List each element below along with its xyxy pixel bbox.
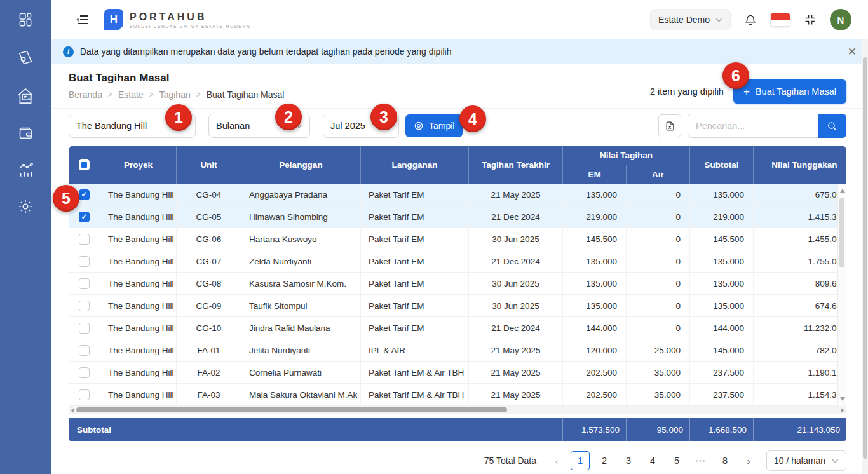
cell-tagihan-terakhir: 21 May 2025 [469,339,563,361]
cell-checkbox [69,273,100,294]
cell-nilai-tunggakan: 1.154.30 [754,384,846,405]
pagination-page-1[interactable]: 1 [571,451,590,470]
fullscreen-exit-icon[interactable] [804,13,817,26]
row-checkbox[interactable] [79,189,90,200]
cell-em: 135.000 [563,184,627,205]
cell-tagihan-terakhir: 30 Jun 2025 [469,273,563,294]
table-row[interactable]: The Bandung Hill CG-05 Himawan Sihombing… [69,206,846,228]
header-em[interactable]: EM [563,165,627,184]
chevron-down-icon [715,18,722,22]
pagination-page-2[interactable]: 2 [595,451,614,470]
pagination-page-3[interactable]: 3 [619,451,638,470]
table-row[interactable]: The Bandung Hill CG-06 Hartana Kuswoyo P… [69,228,846,250]
row-checkbox[interactable] [79,323,90,334]
vertical-scroll-thumb[interactable] [839,198,844,267]
row-checkbox[interactable] [79,256,90,267]
header-subtotal[interactable]: Subtotal [690,146,754,184]
sidebar-item-dashboard[interactable] [0,6,51,36]
cell-em: 202.500 [563,362,627,383]
scroll-right-arrow[interactable] [841,408,844,413]
content-card: The Bandung Hill Bulanan Jul 2025 Tampil [51,108,868,474]
create-mass-billing-button[interactable]: + Buat Tagihan Masal [733,79,846,104]
table-row[interactable]: The Bandung Hill CG-04 Anggabaya Pradana… [69,184,846,206]
header-nilai-tunggakan[interactable]: Nilai Tunggakan [754,146,846,184]
row-checkbox[interactable] [79,345,90,356]
banner-close-icon[interactable]: ✕ [848,46,857,57]
header-nilai-tagihan: Nilai Tagihan [563,146,689,165]
table-row[interactable]: The Bandung Hill FA-01 Jelita Nurdiyanti… [69,339,846,362]
search-button[interactable] [818,114,846,138]
user-avatar[interactable]: N [830,9,851,30]
annotation-badge-3: 3 [370,104,397,130]
cell-checkbox [69,317,100,339]
header-unit[interactable]: Unit [177,146,241,184]
cell-em: 135.000 [563,295,627,316]
breadcrumb-item[interactable]: Estate [118,90,144,100]
cell-unit: CG-07 [177,250,241,272]
header-air[interactable]: Air [627,165,689,184]
table-row[interactable]: The Bandung Hill CG-07 Zelda Nurdiyanti … [69,250,846,273]
header-langganan[interactable]: Langganan [361,146,469,184]
cell-pelanggan: Jindra Rafid Maulana [241,317,361,339]
row-checkbox[interactable] [79,212,90,222]
sidebar-item-settings[interactable] [0,193,51,222]
pagination-prev-icon[interactable]: ‹ [548,451,566,470]
sidebar-item-analytics[interactable] [0,156,51,186]
page-scroll-thumb[interactable] [863,57,867,459]
pagination-page-8[interactable]: 8 [715,451,735,470]
language-flag-indonesia[interactable] [770,13,790,27]
estate-selector[interactable]: Estate Demo [650,9,731,30]
breadcrumb-item[interactable]: Beranda [69,90,102,100]
select-all-checkbox[interactable] [79,159,90,170]
pagination-page-5[interactable]: 5 [667,451,686,470]
sidebar-item-estate-billing[interactable] [0,83,51,112]
horizontal-scroll-thumb[interactable] [76,407,507,412]
menu-fold-icon[interactable] [75,12,90,27]
row-checkbox[interactable] [79,367,90,378]
header-tagihan-terakhir[interactable]: Tagihan Terakhir [469,146,563,184]
row-checkbox[interactable] [79,234,90,245]
page-scrollbar[interactable] [862,39,868,474]
cell-unit: FA-01 [177,339,241,361]
app-logo[interactable]: H PORTAHUB SOLUSI CERDAS UNTUK ESTATE MO… [104,9,250,30]
cell-em: 135.000 [563,273,627,294]
table-horizontal-scrollbar[interactable] [69,406,846,414]
table-row[interactable]: The Bandung Hill CG-09 Taufik Sitompul P… [69,295,846,317]
pagination-next-icon[interactable]: › [740,451,757,470]
table-row[interactable]: The Bandung Hill CG-10 Jindra Rafid Maul… [69,317,846,339]
row-checkbox[interactable] [79,278,90,289]
header-pelanggan[interactable]: Pelanggan [241,146,361,184]
cell-tagihan-terakhir: 21 Dec 2024 [469,250,563,272]
table-row[interactable]: The Bandung Hill FA-03 Mala Sakura Oktav… [69,384,846,406]
export-excel-button[interactable] [658,114,681,137]
cell-nilai-tunggakan: 674.65 [754,295,846,316]
cell-nilai-tunggakan: 1.755.00 [754,250,846,272]
show-button[interactable]: Tampil [405,114,463,137]
cell-pelanggan: Taufik Sitompul [241,295,361,316]
scroll-left-arrow[interactable] [71,408,74,413]
scroll-up-arrow[interactable] [840,189,845,193]
table-row[interactable]: The Bandung Hill FA-02 Cornelia Purnawat… [69,362,846,384]
table-row[interactable]: The Bandung Hill CG-08 Kasusra Samosir M… [69,273,846,295]
search-input[interactable] [688,114,818,138]
cell-checkbox [69,295,100,316]
cell-proyek: The Bandung Hill [100,273,177,294]
breadcrumb-item[interactable]: Tagihan [159,90,191,100]
cell-pelanggan: Kasusra Samosir M.Kom. [241,273,361,294]
cell-nilai-tunggakan: 782.00 [754,339,846,361]
cell-langganan: Paket Tarif EM [361,228,469,250]
table-vertical-scrollbar[interactable] [837,184,846,406]
sidebar-item-wallet[interactable] [0,119,51,149]
sidebar-item-documents[interactable] [0,44,51,74]
cell-nilai-tunggakan: 1.415.33 [754,206,846,227]
page-size-select[interactable]: 10 / halaman [766,450,846,471]
notification-bell-icon[interactable] [744,13,757,27]
cell-subtotal: 219.000 [690,206,754,227]
eye-icon [414,121,424,131]
cell-em: 219.000 [563,206,627,227]
scroll-down-arrow[interactable] [840,397,845,401]
row-checkbox[interactable] [79,389,90,400]
pagination-page-4[interactable]: 4 [643,451,662,470]
row-checkbox[interactable] [79,301,90,311]
header-proyek[interactable]: Proyek [100,146,177,184]
